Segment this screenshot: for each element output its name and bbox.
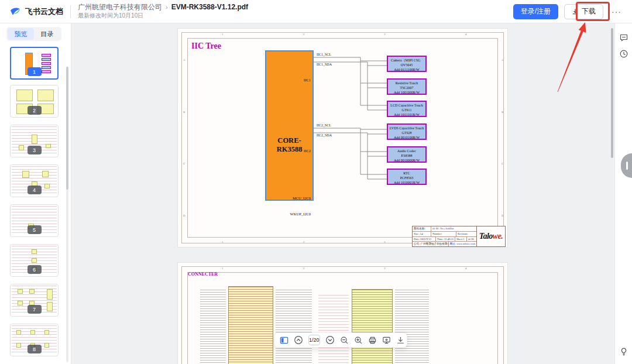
thumbnail-sidebar: 预览 目录 1 2 [0, 23, 71, 364]
page-number-badge: 5 [28, 225, 42, 234]
version-history-icon[interactable] [619, 49, 628, 59]
page-thumbnail-4[interactable]: 4 [10, 164, 59, 197]
print-button[interactable] [368, 336, 377, 345]
sidebar-tabs: 预览 目录 [6, 27, 61, 41]
grid-col-label: 3 [384, 267, 386, 270]
device-lvds-touch: LVDS Capacitive TouchGT928Add 0010100R/W [387, 123, 427, 140]
drawer-handle-bar [626, 162, 628, 170]
grid-col-label: 1 [222, 267, 224, 270]
page-number-badge: 7 [28, 305, 42, 314]
device-audio-codec: Audio CodecES8388Add 0010000R/W [387, 146, 427, 163]
device-camera: Camera（MIPI CSI）OV5645Add 0111100R/W [387, 56, 427, 72]
page-number-badge: 3 [28, 146, 42, 154]
download-icon [572, 8, 579, 15]
document-viewport[interactable]: 1 2 3 4 1 2 3 4 A B C D A B C D IIC Tree [71, 23, 614, 364]
download-button-label: 下载 [582, 6, 596, 16]
header-divider [70, 5, 71, 18]
schematic-title: CONNECTER [188, 272, 218, 277]
toggle-sidebar-button[interactable] [280, 336, 288, 345]
schematic-title-block: 图纸名称: 01 IIC Tree.SchDoc Size: A4 Number… [412, 226, 506, 247]
grid-col-label: 4 [465, 267, 467, 270]
page-thumbnail-5[interactable]: 5 [10, 204, 59, 237]
talowe-logo: Talowe. [477, 226, 505, 246]
device-lcd-touch: LCD Capacitive TouchGT911Add 1011101R/W [387, 101, 427, 117]
login-register-button[interactable]: 登录/注册 [513, 4, 558, 19]
page-number-badge: 4 [28, 186, 42, 194]
pin-labels-cluster [200, 290, 226, 364]
pin-mcu-i2c0: MCU_I2C0 [293, 196, 311, 200]
device-rtc: RTCPCF8563Add 1010001R/W [387, 169, 427, 185]
previous-page-button[interactable] [294, 335, 303, 345]
download-file-button[interactable] [396, 336, 405, 345]
pin-wkup-i2c0: WKUP_I2C0 [290, 212, 311, 216]
pin-iic2: IIC2 [304, 149, 311, 153]
help-tips-icon[interactable] [619, 347, 628, 356]
pdf-page-1: 1 2 3 4 1 2 3 4 A B C D A B C D IIC Tree [177, 28, 508, 248]
tab-outline[interactable]: 目录 [34, 28, 60, 40]
page-number-badge: 6 [28, 265, 42, 274]
pin-iic1: IIC1 [304, 78, 311, 82]
net-iic2-scl: IIC2_SCL [317, 123, 331, 127]
schematic-wires [178, 29, 509, 248]
breadcrumb-filename[interactable]: EVM-RK3588-V1.12.pdf [171, 3, 248, 12]
page-thumbnail-3[interactable]: 3 [10, 125, 59, 157]
connector-block [352, 289, 393, 364]
next-page-button[interactable] [325, 335, 335, 345]
more-options-button[interactable]: ··· [609, 7, 624, 16]
app-logo[interactable]: 飞书云文档 [0, 6, 63, 18]
page-number-badge: 8 [28, 345, 42, 353]
core-rk3588-block: CORE-RK3588 IIC1 IIC2 MCU_I2C0 WKUP_I2C0 [265, 50, 314, 201]
feishu-docs-viewer: 飞书云文档 广州眺望电子科技有限公司 › EVM-RK3588-V1.12.pd… [0, 0, 632, 364]
net-iic1-sda: IIC1_SDA [317, 63, 332, 66]
page-number-badge: 1 [28, 67, 42, 76]
net-iic2-sda: IIC2_SDA [317, 133, 332, 137]
feishu-logo-icon [9, 6, 21, 18]
page-indicator[interactable]: 1/20 [308, 335, 320, 345]
present-button[interactable] [382, 336, 391, 345]
comment-icon[interactable] [619, 33, 628, 42]
grid-col-label: 2 [303, 267, 305, 270]
page-thumbnail-6[interactable]: 6 [10, 244, 59, 277]
page-number-badge: 2 [28, 106, 42, 115]
app-header: 飞书云文档 广州眺望电子科技有限公司 › EVM-RK3588-V1.12.pd… [0, 0, 632, 23]
breadcrumb-company[interactable]: 广州眺望电子科技有限公司 [78, 3, 162, 12]
pdf-page-2: 1 2 3 4 CONNECTER [177, 262, 508, 364]
breadcrumb-separator: › [166, 4, 168, 12]
pin-labels-cluster [395, 290, 429, 364]
pdf-toolbar: 1/20 [274, 332, 407, 348]
download-button[interactable]: 下载 [564, 4, 603, 19]
page-thumbnail-8[interactable]: 8 [10, 324, 59, 356]
pin-labels-cluster [276, 290, 312, 364]
page-thumbnail-1[interactable]: 1 [10, 47, 59, 80]
logo-text: 飞书云文档 [25, 6, 63, 17]
sidebar-scrollbar[interactable] [66, 67, 68, 362]
zoom-in-button[interactable] [354, 336, 363, 345]
last-modified-text: 最新修改时间为10月10日 [78, 12, 248, 20]
right-utility-rail [614, 23, 632, 364]
pin-labels-cluster [318, 295, 349, 364]
page-thumbnail-2[interactable]: 2 [10, 85, 59, 118]
page-thumbnail-7[interactable]: 7 [10, 284, 59, 317]
breadcrumb: 广州眺望电子科技有限公司 › EVM-RK3588-V1.12.pdf 最新修改… [78, 3, 248, 20]
connector-block [228, 286, 273, 364]
tab-preview[interactable]: 预览 [8, 28, 34, 40]
device-resistive-touch: Resistive TouchTSC2007Add 1001000R/W [387, 78, 427, 95]
zoom-out-button[interactable] [340, 336, 349, 345]
net-iic1-scl: IIC1_SCL [317, 53, 331, 56]
document-scrollbar[interactable] [611, 28, 613, 158]
